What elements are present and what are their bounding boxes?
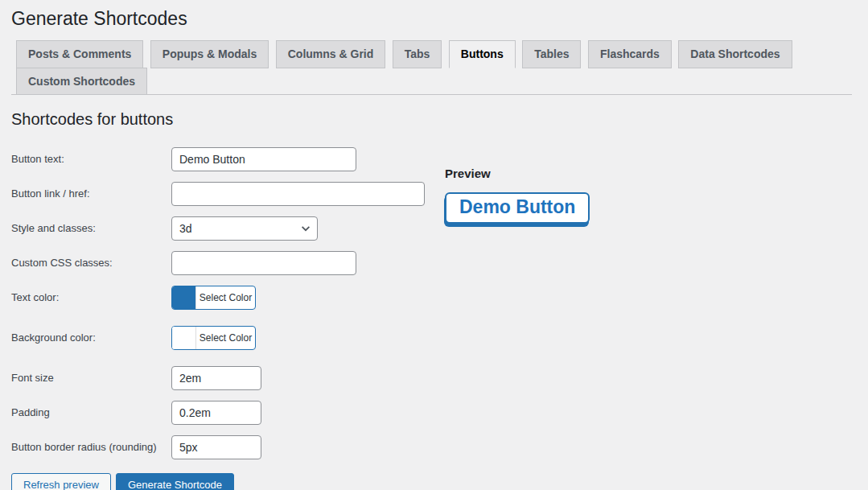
field-row-background-color: Background color: Select Color: [11, 326, 852, 350]
text-color-picker-button[interactable]: Select Color: [171, 286, 256, 310]
tab-flashcards[interactable]: Flashcards: [588, 40, 672, 68]
field-row-text-color: Text color: Select Color: [11, 286, 852, 310]
field-row-style: Style and classes: 3d: [11, 216, 852, 241]
field-row-button-text: Button text:: [11, 147, 852, 171]
style-select[interactable]: 3d: [171, 216, 318, 241]
button-link-label: Button link / href:: [11, 187, 171, 201]
font-size-input[interactable]: [171, 366, 261, 390]
background-color-label: Background color:: [11, 331, 171, 345]
form-actions: Refresh preview Generate Shortcode: [11, 473, 852, 490]
button-link-input[interactable]: [171, 182, 425, 206]
text-color-select-label: Select Color: [196, 286, 255, 309]
style-label: Style and classes:: [11, 221, 171, 236]
text-color-label: Text color:: [11, 290, 171, 305]
button-text-label: Button text:: [11, 152, 171, 167]
custom-css-input[interactable]: [171, 251, 356, 275]
field-row-font-size: Font size: [11, 366, 852, 390]
style-select-wrap: 3d: [171, 216, 318, 241]
tab-data-shortcodes[interactable]: Data Shortcodes: [678, 40, 792, 68]
generate-shortcode-button[interactable]: Generate Shortcode: [116, 473, 234, 490]
border-radius-input[interactable]: [171, 435, 261, 459]
refresh-preview-button[interactable]: Refresh preview: [11, 473, 111, 490]
field-row-button-link: Button link / href:: [11, 182, 852, 206]
tab-buttons[interactable]: Buttons: [449, 40, 516, 68]
text-color-swatch: [172, 286, 196, 309]
background-color-picker-button[interactable]: Select Color: [171, 326, 256, 350]
field-row-padding: Padding: [11, 401, 852, 425]
background-color-select-label: Select Color: [196, 327, 255, 349]
tab-posts-comments[interactable]: Posts & Comments: [16, 40, 143, 68]
buttons-tab-panel: Shortcodes for buttons Button text: Butt…: [11, 109, 852, 490]
section-heading: Shortcodes for buttons: [11, 109, 852, 129]
button-text-input[interactable]: [171, 147, 356, 171]
field-row-custom-css: Custom CSS classes:: [11, 251, 852, 275]
custom-css-label: Custom CSS classes:: [11, 256, 171, 270]
tab-popups-modals[interactable]: Popups & Modals: [150, 40, 269, 68]
padding-input[interactable]: [171, 401, 261, 425]
background-color-swatch: [172, 327, 196, 349]
preview-heading: Preview: [445, 167, 590, 180]
padding-label: Padding: [11, 406, 171, 420]
field-row-border-radius: Button border radius (rounding): [11, 435, 852, 459]
tab-bar: Posts & Comments Popups & Modals Columns…: [11, 40, 852, 96]
tab-custom-shortcodes[interactable]: Custom Shortcodes: [16, 68, 147, 96]
page-title: Generate Shortcodes: [11, 0, 852, 40]
tab-tabs[interactable]: Tabs: [393, 40, 442, 68]
preview-panel: Preview Demo Button: [445, 167, 590, 224]
tab-tables[interactable]: Tables: [522, 40, 581, 68]
font-size-label: Font size: [11, 371, 171, 385]
border-radius-label: Button border radius (rounding): [11, 440, 171, 455]
tab-columns-grid[interactable]: Columns & Grid: [276, 40, 386, 68]
preview-demo-button[interactable]: Demo Button: [445, 192, 590, 224]
page: Generate Shortcodes Posts & Comments Pop…: [0, 0, 868, 490]
